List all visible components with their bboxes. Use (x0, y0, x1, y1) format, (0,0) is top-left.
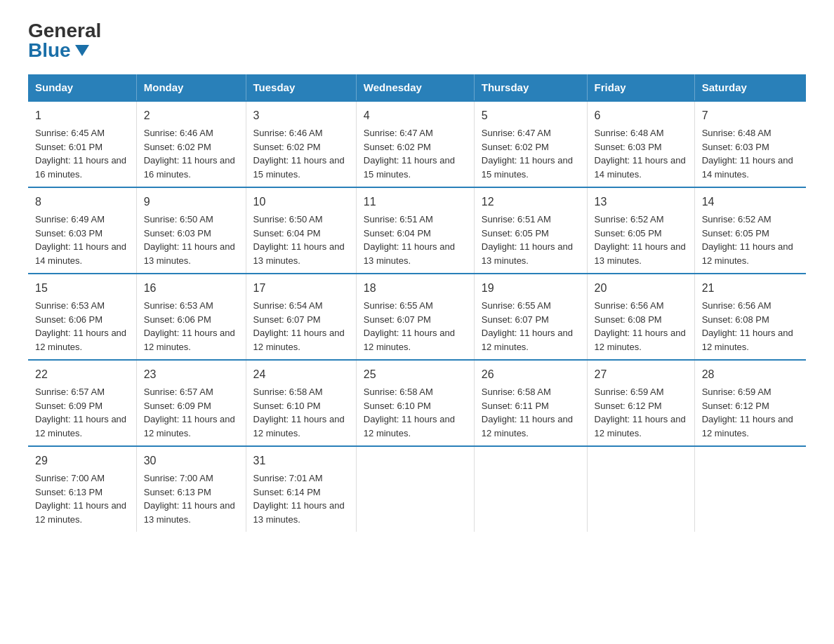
day-number: 1 (35, 107, 129, 124)
calendar-cell: 18Sunrise: 6:55 AMSunset: 6:07 PMDayligh… (356, 274, 474, 360)
calendar-cell: 2Sunrise: 6:46 AMSunset: 6:02 PMDaylight… (136, 101, 246, 187)
day-number: 7 (702, 107, 799, 124)
calendar-cell: 29Sunrise: 7:00 AMSunset: 6:13 PMDayligh… (28, 446, 136, 532)
calendar-cell: 4Sunrise: 6:47 AMSunset: 6:02 PMDaylight… (356, 101, 474, 187)
calendar-cell (587, 446, 694, 532)
day-info: Sunrise: 6:55 AMSunset: 6:07 PMDaylight:… (364, 299, 467, 354)
calendar-cell: 16Sunrise: 6:53 AMSunset: 6:06 PMDayligh… (136, 274, 246, 360)
day-info: Sunrise: 6:58 AMSunset: 6:10 PMDaylight:… (364, 385, 467, 440)
calendar-cell: 21Sunrise: 6:56 AMSunset: 6:08 PMDayligh… (694, 274, 806, 360)
day-info: Sunrise: 7:01 AMSunset: 6:14 PMDaylight:… (253, 471, 349, 526)
calendar-cell: 13Sunrise: 6:52 AMSunset: 6:05 PMDayligh… (587, 187, 694, 274)
calendar-week-row: 22Sunrise: 6:57 AMSunset: 6:09 PMDayligh… (28, 360, 806, 446)
calendar-cell: 5Sunrise: 6:47 AMSunset: 6:02 PMDaylight… (474, 101, 587, 187)
calendar-week-row: 15Sunrise: 6:53 AMSunset: 6:06 PMDayligh… (28, 274, 806, 360)
calendar-cell: 12Sunrise: 6:51 AMSunset: 6:05 PMDayligh… (474, 187, 587, 274)
day-number: 3 (253, 107, 349, 124)
day-number: 10 (253, 194, 349, 210)
day-number: 25 (364, 366, 467, 383)
day-number: 16 (144, 280, 239, 297)
col-header-thursday: Thursday (474, 74, 587, 101)
calendar-cell: 11Sunrise: 6:51 AMSunset: 6:04 PMDayligh… (356, 187, 474, 274)
col-header-friday: Friday (587, 74, 694, 101)
calendar-cell: 7Sunrise: 6:48 AMSunset: 6:03 PMDaylight… (694, 101, 806, 187)
calendar-cell: 31Sunrise: 7:01 AMSunset: 6:14 PMDayligh… (246, 446, 356, 532)
logo-blue-text: Blue (28, 41, 89, 60)
day-number: 14 (702, 194, 799, 210)
calendar-table: SundayMondayTuesdayWednesdayThursdayFrid… (28, 74, 806, 532)
day-number: 26 (482, 366, 580, 383)
day-info: Sunrise: 6:47 AMSunset: 6:02 PMDaylight:… (482, 126, 580, 181)
day-number: 9 (144, 194, 239, 210)
day-info: Sunrise: 6:57 AMSunset: 6:09 PMDaylight:… (35, 385, 129, 440)
calendar-cell: 1Sunrise: 6:45 AMSunset: 6:01 PMDaylight… (28, 101, 136, 187)
day-number: 31 (253, 452, 349, 469)
day-info: Sunrise: 6:58 AMSunset: 6:11 PMDaylight:… (482, 385, 580, 440)
calendar-cell: 22Sunrise: 6:57 AMSunset: 6:09 PMDayligh… (28, 360, 136, 446)
calendar-cell: 8Sunrise: 6:49 AMSunset: 6:03 PMDaylight… (28, 187, 136, 274)
day-info: Sunrise: 6:49 AMSunset: 6:03 PMDaylight:… (35, 213, 129, 267)
calendar-cell: 19Sunrise: 6:55 AMSunset: 6:07 PMDayligh… (474, 274, 587, 360)
day-info: Sunrise: 6:59 AMSunset: 6:12 PMDaylight:… (702, 385, 799, 440)
day-info: Sunrise: 6:56 AMSunset: 6:08 PMDaylight:… (702, 299, 799, 354)
day-number: 2 (144, 107, 239, 124)
day-number: 6 (595, 107, 687, 124)
calendar-cell: 20Sunrise: 6:56 AMSunset: 6:08 PMDayligh… (587, 274, 694, 360)
calendar-cell: 27Sunrise: 6:59 AMSunset: 6:12 PMDayligh… (587, 360, 694, 446)
day-number: 23 (144, 366, 239, 383)
page-header: General Blue (28, 21, 806, 60)
day-info: Sunrise: 6:56 AMSunset: 6:08 PMDaylight:… (595, 299, 687, 354)
day-info: Sunrise: 6:53 AMSunset: 6:06 PMDaylight:… (144, 299, 239, 354)
day-number: 24 (253, 366, 349, 383)
calendar-cell (474, 446, 587, 532)
day-number: 11 (364, 194, 467, 210)
day-number: 19 (482, 280, 580, 297)
calendar-cell: 28Sunrise: 6:59 AMSunset: 6:12 PMDayligh… (694, 360, 806, 446)
col-header-saturday: Saturday (694, 74, 806, 101)
day-number: 29 (35, 452, 129, 469)
day-number: 12 (482, 194, 580, 210)
day-info: Sunrise: 6:59 AMSunset: 6:12 PMDaylight:… (595, 385, 687, 440)
col-header-tuesday: Tuesday (246, 74, 356, 101)
day-number: 17 (253, 280, 349, 297)
calendar-header-row: SundayMondayTuesdayWednesdayThursdayFrid… (28, 74, 806, 101)
day-number: 5 (482, 107, 580, 124)
day-info: Sunrise: 6:50 AMSunset: 6:04 PMDaylight:… (253, 213, 349, 267)
day-info: Sunrise: 6:45 AMSunset: 6:01 PMDaylight:… (35, 126, 129, 181)
calendar-cell: 17Sunrise: 6:54 AMSunset: 6:07 PMDayligh… (246, 274, 356, 360)
calendar-cell: 15Sunrise: 6:53 AMSunset: 6:06 PMDayligh… (28, 274, 136, 360)
calendar-cell (694, 446, 806, 532)
day-number: 20 (595, 280, 687, 297)
day-number: 4 (364, 107, 467, 124)
day-number: 28 (702, 366, 799, 383)
day-info: Sunrise: 6:47 AMSunset: 6:02 PMDaylight:… (364, 126, 467, 181)
day-info: Sunrise: 6:50 AMSunset: 6:03 PMDaylight:… (144, 213, 239, 267)
day-info: Sunrise: 6:58 AMSunset: 6:10 PMDaylight:… (253, 385, 349, 440)
calendar-cell: 30Sunrise: 7:00 AMSunset: 6:13 PMDayligh… (136, 446, 246, 532)
day-info: Sunrise: 6:57 AMSunset: 6:09 PMDaylight:… (144, 385, 239, 440)
day-number: 18 (364, 280, 467, 297)
col-header-monday: Monday (136, 74, 246, 101)
day-info: Sunrise: 6:48 AMSunset: 6:03 PMDaylight:… (702, 126, 799, 181)
col-header-sunday: Sunday (28, 74, 136, 101)
day-number: 13 (595, 194, 687, 210)
day-info: Sunrise: 6:52 AMSunset: 6:05 PMDaylight:… (702, 213, 799, 267)
day-info: Sunrise: 6:52 AMSunset: 6:05 PMDaylight:… (595, 213, 687, 267)
calendar-cell (356, 446, 474, 532)
calendar-cell: 25Sunrise: 6:58 AMSunset: 6:10 PMDayligh… (356, 360, 474, 446)
calendar-cell: 10Sunrise: 6:50 AMSunset: 6:04 PMDayligh… (246, 187, 356, 274)
calendar-week-row: 8Sunrise: 6:49 AMSunset: 6:03 PMDaylight… (28, 187, 806, 274)
day-info: Sunrise: 6:51 AMSunset: 6:04 PMDaylight:… (364, 213, 467, 267)
logo-triangle-icon (75, 45, 89, 56)
day-info: Sunrise: 6:46 AMSunset: 6:02 PMDaylight:… (253, 126, 349, 181)
day-info: Sunrise: 6:51 AMSunset: 6:05 PMDaylight:… (482, 213, 580, 267)
logo-general-text: General (28, 21, 101, 41)
day-info: Sunrise: 6:53 AMSunset: 6:06 PMDaylight:… (35, 299, 129, 354)
day-number: 22 (35, 366, 129, 383)
day-info: Sunrise: 6:46 AMSunset: 6:02 PMDaylight:… (144, 126, 239, 181)
day-number: 8 (35, 194, 129, 210)
day-number: 27 (595, 366, 687, 383)
calendar-cell: 14Sunrise: 6:52 AMSunset: 6:05 PMDayligh… (694, 187, 806, 274)
calendar-cell: 23Sunrise: 6:57 AMSunset: 6:09 PMDayligh… (136, 360, 246, 446)
calendar-cell: 24Sunrise: 6:58 AMSunset: 6:10 PMDayligh… (246, 360, 356, 446)
